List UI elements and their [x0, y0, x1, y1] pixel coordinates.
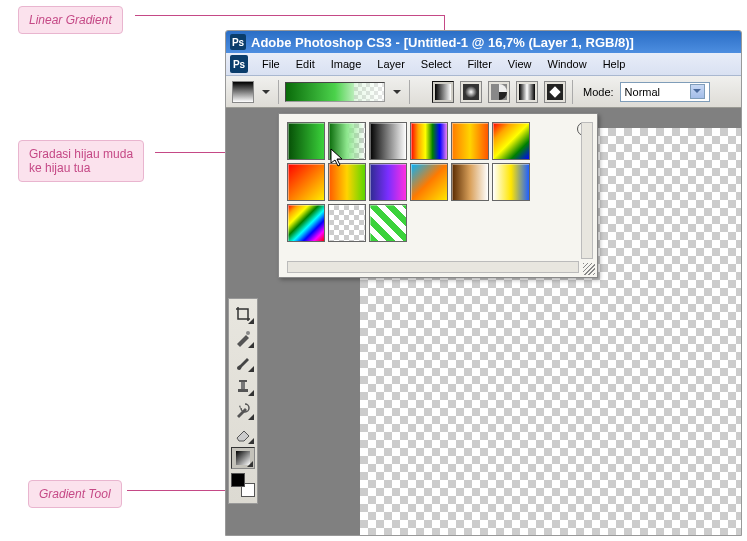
- gradient-swatch[interactable]: [328, 122, 366, 160]
- svg-rect-10: [239, 380, 247, 382]
- app-menu-icon[interactable]: Ps: [230, 55, 248, 73]
- annotation-linear-gradient: Linear Gradient: [18, 6, 123, 34]
- svg-rect-4: [519, 84, 535, 100]
- menu-help[interactable]: Help: [595, 58, 634, 70]
- healing-brush-tool[interactable]: [231, 327, 255, 349]
- gradient-swatch[interactable]: [410, 122, 448, 160]
- menu-view[interactable]: View: [500, 58, 540, 70]
- separator: [409, 80, 410, 104]
- gradient-picker-dropdown[interactable]: [391, 81, 403, 103]
- svg-point-7: [246, 331, 250, 335]
- diamond-gradient-button[interactable]: [544, 81, 566, 103]
- menu-filter[interactable]: Filter: [459, 58, 499, 70]
- eraser-tool[interactable]: [231, 423, 255, 445]
- crop-tool[interactable]: [231, 303, 255, 325]
- separator: [278, 80, 279, 104]
- gradient-preview[interactable]: [285, 82, 385, 102]
- vertical-scrollbar[interactable]: [581, 122, 593, 259]
- gradient-swatch[interactable]: [328, 163, 366, 201]
- gradient-swatch[interactable]: [328, 204, 366, 242]
- photoshop-window: Ps Adobe Photoshop CS3 - [Untitled-1 @ 1…: [225, 30, 742, 536]
- menu-select[interactable]: Select: [413, 58, 460, 70]
- mode-select[interactable]: Normal: [620, 82, 710, 102]
- app-icon: Ps: [230, 34, 246, 50]
- tool-preset-dropdown[interactable]: [260, 81, 272, 103]
- clone-stamp-tool[interactable]: [231, 375, 255, 397]
- menu-window[interactable]: Window: [540, 58, 595, 70]
- mode-value: Normal: [625, 86, 660, 98]
- menu-image[interactable]: Image: [323, 58, 370, 70]
- gradient-swatch-grid: [287, 122, 562, 242]
- menu-layer[interactable]: Layer: [369, 58, 413, 70]
- radial-gradient-button[interactable]: [460, 81, 482, 103]
- reflected-gradient-button[interactable]: [516, 81, 538, 103]
- tool-preset-swatch[interactable]: [232, 81, 254, 103]
- resize-handle[interactable]: [583, 263, 595, 275]
- gradient-tool[interactable]: [231, 447, 255, 469]
- title-doc: [Untitled-1 @ 16,7% (Layer 1, RGB/8)]: [404, 35, 634, 50]
- gradient-swatch[interactable]: [287, 122, 325, 160]
- gradient-swatch[interactable]: [492, 163, 530, 201]
- gradient-swatch[interactable]: [287, 204, 325, 242]
- annotation-line: [127, 490, 235, 491]
- title-bar: Ps Adobe Photoshop CS3 - [Untitled-1 @ 1…: [226, 31, 741, 53]
- horizontal-scrollbar[interactable]: [287, 261, 579, 273]
- menu-edit[interactable]: Edit: [288, 58, 323, 70]
- gradient-swatch[interactable]: [369, 122, 407, 160]
- gradient-swatch[interactable]: [287, 163, 325, 201]
- gradient-swatch[interactable]: [451, 122, 489, 160]
- svg-rect-0: [435, 84, 451, 100]
- mode-label: Mode:: [583, 86, 614, 98]
- foreground-background-colors[interactable]: [231, 473, 255, 497]
- svg-rect-9: [241, 381, 245, 389]
- annotation-gradasi: Gradasi hijau muda ke hijau tua: [18, 140, 144, 182]
- annotation-line: [135, 15, 445, 16]
- gradient-swatch[interactable]: [369, 163, 407, 201]
- history-brush-tool[interactable]: [231, 399, 255, 421]
- brush-tool[interactable]: [231, 351, 255, 373]
- separator: [572, 80, 573, 104]
- menu-bar: Ps File Edit Image Layer Select Filter V…: [226, 53, 741, 76]
- annotation-gradient-tool: Gradient Tool: [28, 480, 122, 508]
- svg-rect-8: [238, 389, 248, 392]
- options-bar: Mode: Normal: [226, 76, 741, 108]
- menu-file[interactable]: File: [254, 58, 288, 70]
- title-app: Adobe Photoshop CS3 -: [251, 35, 400, 50]
- gradient-swatch[interactable]: [451, 163, 489, 201]
- gradient-picker-popup: [278, 113, 598, 278]
- linear-gradient-button[interactable]: [432, 81, 454, 103]
- gradient-swatch[interactable]: [369, 204, 407, 242]
- svg-point-2: [465, 86, 477, 98]
- chevron-down-icon: [690, 84, 705, 99]
- toolbox: [228, 298, 258, 504]
- gradient-swatch[interactable]: [492, 122, 530, 160]
- gradient-swatch[interactable]: [410, 163, 448, 201]
- angle-gradient-button[interactable]: [488, 81, 510, 103]
